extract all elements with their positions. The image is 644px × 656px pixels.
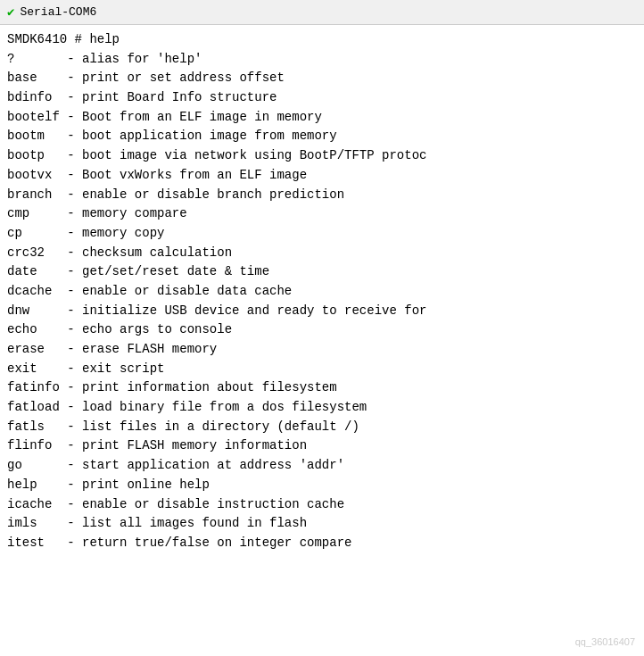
- window-title: Serial-COM6: [20, 5, 96, 19]
- terminal-line: itest - return true/false on integer com…: [7, 534, 637, 553]
- terminal-line: dcache - enable or disable data cache: [7, 282, 637, 302]
- terminal-line: crc32 - checksum calculation: [7, 244, 637, 263]
- terminal-line: bootp - boot image via network using Boo…: [7, 146, 637, 166]
- terminal-line: fatinfo - print information about filesy…: [7, 378, 637, 398]
- terminal-line: SMDK6410 # help: [7, 30, 637, 50]
- terminal-line: cp - memory copy: [7, 224, 637, 244]
- terminal-line: go - start application at address 'addr': [7, 456, 637, 476]
- terminal-line: icache - enable or disable instruction c…: [7, 495, 637, 515]
- terminal-line: date - get/set/reset date & time: [7, 262, 637, 282]
- terminal-line: exit - exit script: [7, 360, 637, 379]
- terminal-line: echo - echo args to console: [7, 320, 637, 340]
- terminal-line: fatload - load binary file from a dos fi…: [7, 398, 637, 418]
- terminal-line: imls - list all images found in flash: [7, 514, 637, 534]
- terminal-output: SMDK6410 # help? - alias for 'help'base …: [0, 25, 644, 656]
- terminal-line: bootvx - Boot vxWorks from an ELF image: [7, 166, 637, 186]
- terminal-line: bootelf - Boot from an ELF image in memo…: [7, 108, 637, 128]
- terminal-line: dnw - initialize USB device and ready to…: [7, 302, 637, 321]
- terminal-line: bdinfo - print Board Info structure: [7, 88, 637, 108]
- terminal-line: base - print or set address offset: [7, 69, 637, 88]
- terminal-line: ? - alias for 'help': [7, 50, 637, 70]
- terminal-line: cmp - memory compare: [7, 204, 637, 224]
- connection-status-icon: ✔: [7, 4, 14, 20]
- terminal-line: flinfo - print FLASH memory information: [7, 436, 637, 456]
- title-bar: ✔ Serial-COM6: [0, 0, 644, 25]
- terminal-line: erase - erase FLASH memory: [7, 340, 637, 360]
- watermark: qq_36016407: [575, 636, 635, 647]
- terminal-line: help - print online help: [7, 476, 637, 495]
- terminal-line: bootm - boot application image from memo…: [7, 127, 637, 146]
- terminal-line: branch - enable or disable branch predic…: [7, 186, 637, 205]
- terminal-line: fatls - list files in a directory (defau…: [7, 418, 637, 437]
